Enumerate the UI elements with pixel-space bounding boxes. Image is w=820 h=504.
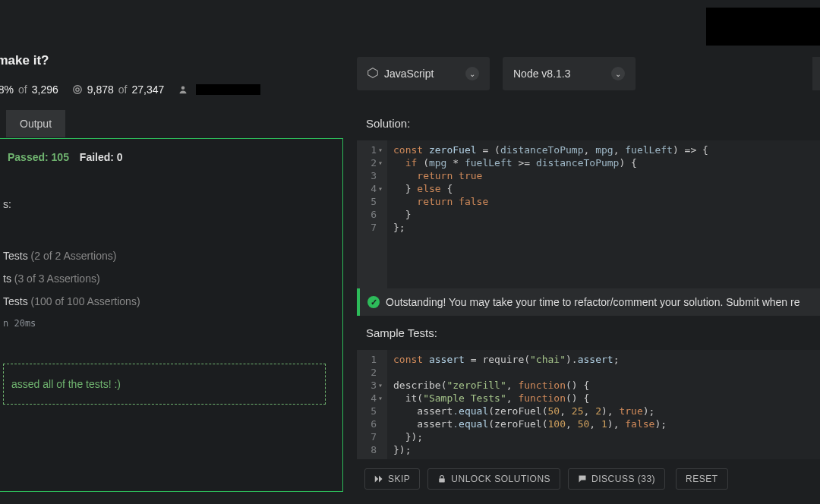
results-panel: Passed: 105 Failed: 0 s: Tests (2 of 2 A… — [0, 138, 343, 492]
total-1: 3,296 — [32, 83, 58, 96]
line-number: 1 — [371, 143, 377, 156]
fold-icon[interactable]: ▾ — [378, 143, 383, 156]
fast-forward-icon — [374, 474, 383, 484]
line-number: 6 — [371, 208, 377, 221]
chevron-down-icon: ⌄ — [611, 67, 625, 80]
author-redacted — [196, 84, 260, 95]
sample-tests-header: Sample Tests: — [357, 316, 820, 350]
skip-button[interactable]: SKIP — [364, 468, 420, 490]
runtime-dropdown[interactable]: Node v8.1.3 ⌄ — [503, 57, 636, 90]
editor-column: Solution: 1▾ 2▾ 3▾ 4▾ 5▾ 6▾ 7▾ const zer… — [357, 106, 820, 490]
comment-icon — [578, 474, 587, 484]
button-label: DISCUSS (33) — [591, 474, 655, 484]
right-panel-edge — [812, 57, 820, 90]
banner-text: Outstanding! You may take your time to r… — [386, 296, 800, 308]
line-number: 7 — [371, 221, 377, 234]
javascript-icon — [367, 68, 378, 80]
test-name: Tests — [3, 295, 31, 307]
solution-editor[interactable]: 1▾ 2▾ 3▾ 4▾ 5▾ 6▾ 7▾ const zeroFuel = (d… — [357, 140, 820, 288]
target-icon — [72, 84, 83, 95]
sample-tests-editor[interactable]: 1▾ 2▾ 3▾ 4▾ 5▾ 6▾ 7▾ 8▾ const assert = r… — [357, 350, 820, 459]
test-group[interactable]: ts (3 of 3 Assertions) — [3, 272, 332, 285]
svg-marker-3 — [368, 68, 378, 77]
fold-icon[interactable]: ▾ — [378, 156, 383, 169]
line-number: 1 — [371, 353, 377, 366]
passed-count: Passed: 105 — [8, 151, 69, 163]
unlock-solutions-button[interactable]: UNLOCK SOLUTIONS — [427, 468, 560, 490]
solution-header: Solution: — [357, 106, 820, 140]
line-number: 8 — [371, 443, 377, 456]
completed-time: n 20ms — [3, 318, 332, 329]
pass-count: 9,878 — [87, 83, 114, 96]
svg-point-1 — [76, 88, 79, 91]
fold-icon[interactable]: ▾ — [378, 392, 383, 405]
line-number: 2 — [371, 366, 377, 379]
user-icon — [178, 84, 188, 95]
line-number: 5 — [371, 195, 377, 208]
button-label: UNLOCK SOLUTIONS — [451, 474, 550, 484]
pass-percent: 88% — [0, 83, 14, 96]
top-black-box — [706, 8, 820, 46]
language-label: JavaScript — [384, 68, 434, 80]
kata-title: ou make it? — [0, 53, 49, 68]
all-tests-passed-banner: assed all of the tests! :) — [3, 364, 326, 405]
button-label: RESET — [686, 474, 718, 484]
svg-point-2 — [181, 87, 185, 90]
lock-icon — [437, 474, 446, 484]
svg-rect-4 — [440, 478, 446, 482]
check-icon: ✓ — [367, 296, 380, 308]
fold-icon[interactable]: ▾ — [378, 182, 383, 195]
code-area[interactable]: const assert = require("chai").assert; d… — [387, 350, 820, 459]
success-banner: ✓ Outstanding! You may take your time to… — [357, 288, 820, 316]
of-label-1: of — [18, 83, 27, 96]
results-summary: Passed: 105 Failed: 0 — [3, 151, 332, 163]
tab-output[interactable]: Output — [6, 110, 65, 137]
reset-button[interactable]: RESET — [676, 468, 728, 490]
button-label: SKIP — [388, 474, 410, 484]
failed-count: Failed: 0 — [80, 151, 123, 163]
gutter: 1▾ 2▾ 3▾ 4▾ 5▾ 6▾ 7▾ 8▾ — [357, 350, 387, 459]
test-name: ts — [3, 272, 14, 285]
kata-stats: 88% of 3,296 9,878 of 27,347 — [0, 83, 260, 96]
line-number: 4 — [371, 392, 377, 405]
runtime-label: Node v8.1.3 — [513, 68, 571, 80]
gutter: 1▾ 2▾ 3▾ 4▾ 5▾ 6▾ 7▾ — [357, 140, 387, 288]
line-number: 6 — [371, 417, 377, 430]
test-assertions: (2 of 2 Assertions) — [31, 250, 117, 262]
test-assertions: (100 of 100 Assertions) — [31, 295, 140, 307]
test-group[interactable]: Tests (2 of 2 Assertions) — [3, 250, 332, 262]
line-number: 4 — [371, 182, 377, 195]
line-number: 7 — [371, 430, 377, 443]
line-number: 5 — [371, 405, 377, 417]
fold-icon[interactable]: ▾ — [378, 379, 383, 392]
of-label-2: of — [118, 83, 128, 96]
language-dropdown[interactable]: JavaScript ⌄ — [357, 57, 490, 90]
code-area[interactable]: const zeroFuel = (distanceToPump, mpg, f… — [387, 140, 820, 288]
test-name: Tests — [3, 250, 31, 262]
line-number: 3 — [371, 169, 377, 182]
test-assertions: (3 of 3 Assertions) — [14, 272, 100, 285]
test-group[interactable]: Tests (100 of 100 Assertions) — [3, 295, 332, 307]
total-2: 27,347 — [132, 83, 165, 96]
discuss-button[interactable]: DISCUSS (33) — [568, 468, 665, 490]
svg-point-0 — [74, 86, 82, 94]
results-section-header: s: — [3, 198, 332, 210]
line-number: 2 — [371, 156, 377, 169]
action-bar: SKIP UNLOCK SOLUTIONS DISCUSS (33) RESET — [357, 459, 820, 490]
chevron-down-icon: ⌄ — [465, 67, 479, 80]
line-number: 3 — [371, 379, 377, 392]
